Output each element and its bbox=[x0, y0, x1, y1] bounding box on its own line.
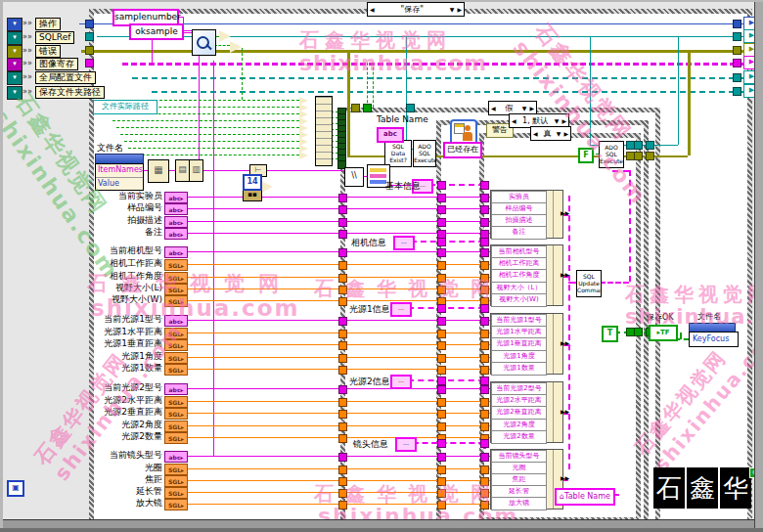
input-terminal-SGL[interactable]: SGL▸ bbox=[164, 432, 188, 444]
ado-sql-execute-vi-2[interactable]: ADO SQL Execute bbox=[599, 141, 624, 168]
already-exists-string-constant[interactable]: 已经存在 bbox=[443, 142, 482, 158]
free-input-label-6[interactable]: 保存文件夹路径 bbox=[35, 86, 105, 99]
input-terminal-SGL[interactable]: SGL▸ bbox=[164, 487, 188, 499]
input-terminal-SGL[interactable]: SGL▸ bbox=[164, 421, 188, 432]
free-input-label-5[interactable]: 全局配置文件 bbox=[35, 71, 96, 84]
input-terminal-SGL[interactable]: SGL▸ bbox=[164, 259, 188, 271]
oksample-string-constant[interactable]: oksample bbox=[129, 23, 184, 40]
case-selector-save[interactable]: ◀ "保存" ▼ ▶ bbox=[367, 2, 465, 17]
bundle-node-1[interactable]: 实验员样品编号拍摄描述备注 bbox=[490, 190, 563, 239]
input-label: 当前实验员 bbox=[22, 191, 162, 200]
bundle-node-2[interactable]: 当前相机型号相机工作距离相机工作角度视野大小（L）视野大小(W) bbox=[490, 244, 563, 306]
file-actual-path-local[interactable]: 文件实际路径 bbox=[93, 100, 157, 114]
selector-dropdown-icon[interactable]: ▼ bbox=[555, 117, 560, 124]
input-terminal-abc[interactable]: abc▸ bbox=[164, 383, 188, 395]
input-terminal-SGL[interactable]: SGL▸ bbox=[164, 295, 188, 307]
numeric-constant-14[interactable]: 14 bbox=[243, 174, 262, 191]
input-terminal-icon[interactable]: ▾ bbox=[7, 31, 22, 45]
input-terminal-icon[interactable]: ▾ bbox=[7, 86, 22, 100]
bundle-node-4[interactable]: 当前光源2型号光源2水平距离光源2垂直距离光源2角度光源2数量 bbox=[490, 381, 563, 443]
input-terminal-icon[interactable]: ▾ bbox=[7, 71, 22, 85]
flatten-string-node[interactable]: \\ bbox=[344, 167, 364, 187]
string-split-node[interactable]: ▤ bbox=[175, 159, 190, 182]
true-constant[interactable]: T bbox=[602, 326, 618, 342]
input-terminal-icon[interactable]: ▾ bbox=[7, 45, 22, 59]
sql-data-exist-vi[interactable]: SQL Data Exist? bbox=[384, 140, 412, 167]
property-itemnames[interactable]: ItemNames bbox=[96, 164, 143, 178]
input-terminal-abc[interactable]: abc▸ bbox=[164, 203, 188, 215]
input-terminal-abc[interactable]: abc▸ bbox=[164, 228, 188, 240]
input-terminal-abc[interactable]: abc▸ bbox=[164, 451, 188, 463]
string-search-node[interactable]: ▥ bbox=[189, 159, 203, 182]
right-output-arrow-4[interactable]: ▶ bbox=[743, 56, 754, 69]
selector-right-arrow-icon[interactable]: ▶ bbox=[563, 130, 568, 137]
selector-right-arrow-icon[interactable]: ▶ bbox=[529, 105, 534, 111]
right-output-arrow-6[interactable]: ▶ bbox=[743, 84, 754, 98]
index-array-node[interactable]: ▦ bbox=[148, 159, 169, 183]
selector-dropdown-icon[interactable]: ▼ bbox=[450, 6, 455, 13]
tunnel bbox=[437, 194, 446, 202]
input-terminal-SGL[interactable]: SGL▸ bbox=[164, 284, 188, 295]
input-terminal-SGL[interactable]: SGL▸ bbox=[164, 328, 188, 339]
bundle-field[interactable]: 备注 bbox=[491, 226, 547, 240]
input-terminal-SGL[interactable]: SGL▸ bbox=[164, 339, 188, 351]
input-terminal-SGL[interactable]: SGL▸ bbox=[164, 352, 188, 364]
case-selector-true[interactable]: ◀ 真 ▼ ▶ bbox=[530, 126, 571, 141]
selector-right-arrow-icon[interactable]: ▶ bbox=[561, 117, 566, 124]
table-name-local-variable[interactable]: ⌂Table Name bbox=[555, 488, 615, 506]
diagram-canvas[interactable]: ◀ "保存" ▼ ▶ ◀ 假 ▼ ▶ ◀ 1, 默认 ▼ ▶ ◀ 真 ▼ ▶ s… bbox=[3, 2, 754, 519]
save-ok-local-variable[interactable]: ▸TF bbox=[649, 325, 678, 341]
ado-sql-execute-vi-1[interactable]: ADO SQL Execute bbox=[413, 140, 436, 167]
selector-dropdown-icon[interactable]: ▼ bbox=[522, 105, 527, 111]
vi-text: SQL bbox=[385, 143, 411, 150]
info-cluster-terminal[interactable]: … bbox=[390, 375, 412, 389]
info-cluster-terminal[interactable]: … bbox=[395, 437, 417, 452]
table-name-string-constant[interactable]: abc bbox=[377, 127, 404, 143]
right-output-arrow-3[interactable]: ▶ bbox=[743, 43, 754, 57]
selector-left-arrow-icon[interactable]: ◀ bbox=[512, 117, 516, 124]
right-output-arrow-5[interactable]: ▶ bbox=[743, 70, 754, 84]
free-input-label-1[interactable]: 操作 bbox=[35, 18, 61, 30]
input-terminal-abc[interactable]: abc▸ bbox=[164, 192, 188, 203]
property-node-filename[interactable]: ItemNames Value bbox=[95, 163, 144, 191]
input-terminal-SGL[interactable]: SGL▸ bbox=[164, 475, 188, 487]
info-cluster-terminal[interactable]: … bbox=[393, 236, 415, 250]
keyfocus-property-node[interactable]: KeyFocus bbox=[689, 332, 739, 347]
free-input-label-3[interactable]: 错误 bbox=[35, 45, 61, 58]
info-cluster-terminal[interactable]: … bbox=[390, 302, 412, 317]
selector-left-arrow-icon[interactable]: ◀ bbox=[533, 130, 538, 137]
property-value[interactable]: Value bbox=[96, 178, 143, 190]
bundle-field[interactable]: 视野大小(W) bbox=[491, 293, 547, 307]
input-terminal-abc[interactable]: abc▸ bbox=[164, 246, 188, 258]
input-terminal-SGL[interactable]: SGL▸ bbox=[164, 364, 188, 376]
right-output-arrow-1[interactable]: ▶ bbox=[743, 17, 754, 30]
false-constant[interactable]: F bbox=[578, 148, 594, 163]
free-input-label-4[interactable]: 图像寄存 bbox=[35, 58, 78, 70]
input-terminal-icon[interactable]: ▾ bbox=[7, 58, 22, 71]
input-terminal-icon[interactable]: ▾ bbox=[7, 18, 22, 31]
right-output-arrow-2[interactable]: ▶ bbox=[743, 29, 754, 43]
input-label: 当前光源1型号 bbox=[22, 314, 162, 324]
check-duplicate-vi[interactable] bbox=[192, 29, 216, 56]
tunnel bbox=[480, 194, 489, 202]
selector-left-arrow-icon[interactable]: ◀ bbox=[491, 105, 496, 111]
input-terminal-SGL[interactable]: SGL▸ bbox=[164, 396, 188, 408]
input-terminal-abc[interactable]: abc▸ bbox=[164, 216, 188, 228]
selector-left-arrow-icon[interactable]: ◀ bbox=[370, 6, 375, 13]
input-terminal-abc[interactable]: abc▸ bbox=[164, 315, 188, 327]
wire bbox=[600, 282, 629, 284]
input-terminal-SGL[interactable]: SGL▸ bbox=[164, 272, 188, 284]
bundle-field[interactable]: 光源2数量 bbox=[491, 430, 547, 444]
free-input-label-2[interactable]: SQLRef bbox=[35, 31, 74, 44]
bundle-node-3[interactable]: 当前光源1型号光源1水平距离光源1垂直距离光源1角度光源1数量 bbox=[490, 313, 563, 375]
bundle-field[interactable]: 放大镜 bbox=[491, 497, 547, 510]
input-terminal-SGL[interactable]: SGL▸ bbox=[164, 464, 188, 475]
input-terminal-SGL[interactable]: SGL▸ bbox=[164, 408, 188, 420]
input-terminal-SGL[interactable]: SGL▸ bbox=[164, 499, 188, 510]
sql-update-command-vi[interactable]: SQL Update Command bbox=[576, 270, 602, 297]
bundle-field[interactable]: 光源1数量 bbox=[491, 362, 547, 376]
build-array-node[interactable] bbox=[315, 96, 333, 166]
selector-dropdown-icon[interactable]: ▼ bbox=[557, 130, 561, 137]
selector-right-arrow-icon[interactable]: ▶ bbox=[457, 6, 462, 13]
bundle-node-5[interactable]: 当前镜头型号光圈焦距延长管放大镜 bbox=[490, 449, 563, 510]
